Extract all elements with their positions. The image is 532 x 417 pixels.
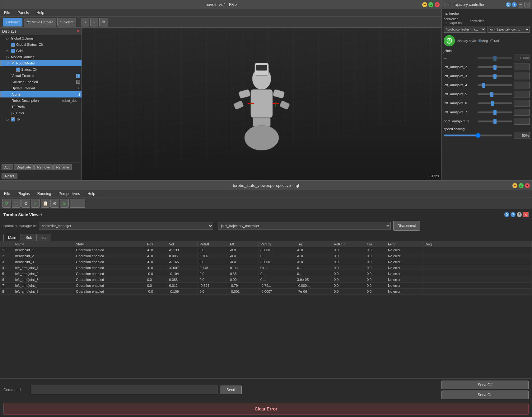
rad-option[interactable]: rad [490, 39, 499, 43]
checkbox-collision[interactable] [76, 80, 80, 84]
tree-item-global-options[interactable]: ▷ Global Options [0, 35, 82, 41]
servo-off-button[interactable]: ServoOff [441, 381, 529, 389]
tool-input[interactable] [70, 199, 85, 208]
disconnect-button[interactable]: Disconnect [393, 221, 420, 231]
duplicate-button[interactable]: Duplicate [14, 164, 34, 170]
ctrl-select[interactable]: joint_trajectory_controller [218, 222, 391, 230]
minimize-button[interactable]: ─ [422, 2, 427, 7]
menu-panels[interactable]: Panels [16, 10, 30, 16]
help-circle-icon[interactable]: ? [512, 2, 517, 7]
checkbox-grid[interactable]: ✓ [11, 49, 15, 53]
jt-slider[interactable] [478, 102, 512, 104]
jt-spinbox[interactable]: 0.000 [514, 73, 530, 79]
tree-item-tf-prefix[interactable]: TF Prefix [0, 104, 82, 110]
tree-item-visual-enabled[interactable]: Visual Enabled ✓ [0, 73, 82, 79]
power-button[interactable] [444, 35, 455, 46]
jt-spinbox[interactable] [514, 54, 530, 61]
menu-file-bottom[interactable]: File [3, 191, 11, 197]
deg-radio[interactable] [478, 39, 482, 42]
jt-min-button[interactable]: ─ [518, 2, 523, 7]
maximize-button[interactable]: □ [428, 2, 433, 7]
reset-button[interactable]: Reset [2, 173, 17, 179]
toolbar-extra-3[interactable]: ⚙ [99, 18, 108, 26]
move-camera-button[interactable]: 📷 Move Camera [24, 18, 56, 26]
add-button[interactable]: Add [2, 164, 13, 170]
state-viewer-help-icon[interactable]: ? [511, 212, 516, 217]
jt-spinbox[interactable]: 0.000 [514, 64, 530, 70]
tool-icon-1[interactable]: ⟳ [2, 199, 11, 208]
tree-item-tf[interactable]: ▷ ✓ TF [0, 116, 82, 122]
tool-icon-5[interactable]: 📋 [41, 199, 49, 208]
tree-item-robot-model[interactable]: ▽ ✓ RobotModel [0, 60, 82, 66]
bottom-minimize-button[interactable]: ─ [512, 183, 517, 188]
tab-sub[interactable]: Sub [21, 234, 37, 241]
jt-spinbox[interactable]: 0.000 [514, 109, 530, 116]
send-button[interactable]: Send [220, 386, 242, 394]
tree-label: Robot Description [12, 99, 61, 102]
jt-spinbox[interactable]: 0.001 [514, 118, 530, 125]
tool-icon-6[interactable]: ⊗ [50, 199, 59, 208]
jt-ctrl-mgr-select[interactable]: /torobo/controller_ma... [444, 26, 486, 33]
th-trq: Trq [295, 241, 332, 247]
bottom-maximize-button[interactable]: □ [519, 183, 524, 188]
tree-item-grid[interactable]: ▷ ✓ Grid [0, 48, 82, 54]
checkbox-visual[interactable]: ✓ [76, 74, 80, 78]
checkbox-tf[interactable]: ✓ [11, 117, 15, 121]
menu-help[interactable]: Help [35, 10, 45, 16]
displays-close[interactable]: ✕ [77, 29, 80, 34]
checkbox-robot-model[interactable]: ✓ [11, 61, 15, 65]
tree-item-update-interval[interactable]: Update Interval 0 [0, 85, 82, 91]
deg-option[interactable]: deg [478, 39, 488, 43]
jt-slider[interactable] [478, 93, 512, 95]
tree-item-motion-planning[interactable]: ▷ MotionPlanning [0, 54, 82, 60]
jt-slider[interactable] [478, 66, 512, 68]
toolbar-extra-1[interactable]: + [82, 18, 89, 26]
toolbar-extra-2[interactable]: − [90, 18, 98, 26]
select-button[interactable]: ↖ Select [57, 18, 76, 26]
speed-slider[interactable] [444, 135, 512, 136]
jt-slider[interactable] [478, 75, 512, 77]
bottom-close-button[interactable]: ✕ [525, 183, 530, 188]
clear-error-area[interactable]: Clear Error [3, 403, 529, 415]
tool-icon-7[interactable]: ⟳ [60, 199, 69, 208]
jt-slider[interactable] [478, 57, 512, 59]
servo-on-button[interactable]: ServoOn [441, 391, 529, 399]
tree-item-collision-enabled[interactable]: Collision Enabled [0, 79, 82, 85]
expand-icon: ▷ [7, 55, 10, 59]
jt-spinbox[interactable]: 0.000 [514, 82, 530, 88]
jt-slider[interactable] [478, 121, 512, 122]
rad-radio[interactable] [490, 39, 493, 42]
interact-button[interactable]: ↕ Interact [3, 18, 22, 26]
jt-spinbox[interactable]: 0.000 [514, 91, 530, 97]
tree-item-status[interactable]: ✓ Status: Ok [0, 66, 82, 73]
jt-slider[interactable] [478, 111, 512, 113]
tab-main[interactable]: Main [3, 234, 21, 241]
tool-icon-2[interactable]: ⬚ [12, 199, 21, 208]
state-viewer-close-button[interactable]: ✕ [523, 212, 529, 217]
tool-icon-4[interactable]: ✓ [31, 199, 40, 208]
rename-button[interactable]: Rename [53, 164, 72, 170]
remove-button[interactable]: Remove [34, 164, 53, 170]
checkbox-global-status[interactable]: ✓ [11, 43, 15, 47]
jt-ctrl-select[interactable]: joint_trajectory_cont... [488, 26, 530, 33]
tree-item-global-status[interactable]: ✓ Global Status: Ok [0, 41, 82, 48]
command-input[interactable] [31, 386, 217, 394]
menu-perspectives[interactable]: Perspectives [57, 191, 81, 197]
menu-file[interactable]: File [3, 10, 11, 16]
jt-close-button[interactable]: ✕ [524, 2, 530, 7]
jt-spinbox[interactable]: 0.000 [514, 100, 530, 107]
tree-item-links[interactable]: ▷ Links [0, 110, 82, 116]
ctrl-mgr-select[interactable]: controller_manager [39, 222, 213, 230]
menu-help-bottom[interactable]: Help [86, 191, 96, 197]
tree-item-alpha[interactable]: Alpha 1 [0, 91, 82, 97]
rviz-viewport[interactable]: 31 fps [82, 28, 441, 180]
jt-slider[interactable] [478, 84, 512, 86]
tree-item-robot-description[interactable]: Robot Description robot_des... [0, 97, 82, 104]
menu-running[interactable]: Running [36, 191, 53, 197]
tool-icon-3[interactable]: ⚙ [21, 199, 30, 208]
menu-plugins[interactable]: Plugins [16, 191, 31, 197]
speed-spinbox[interactable] [514, 132, 530, 139]
checkbox-status[interactable]: ✓ [16, 68, 20, 72]
close-button[interactable]: ✕ [435, 2, 440, 7]
tab-etc[interactable]: etc [37, 234, 51, 241]
